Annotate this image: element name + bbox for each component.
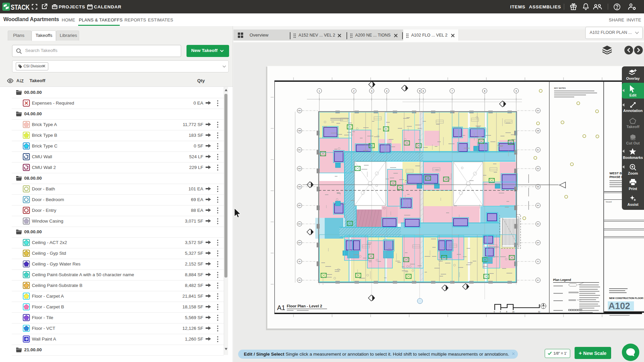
svg-text:Z: Z — [21, 79, 23, 83]
svg-text:16: 16 — [512, 311, 515, 313]
svg-text:Floor Plan - Level 2: Floor Plan - Level 2 — [287, 304, 322, 308]
svg-text:32: 32 — [538, 311, 540, 313]
svg-text:PHASE II: PHASE II — [609, 175, 623, 179]
svg-text:NEW CONSTRUCTION FLOOR PLAN -: NEW CONSTRUCTION FLOOR PLAN - LEVEL 2 — [609, 297, 644, 299]
svg-text:EE: EE — [537, 186, 539, 188]
svg-text:EF: EF — [537, 204, 539, 206]
svg-text:4: 4 — [386, 90, 387, 92]
svg-text:EC: EC — [537, 149, 539, 151]
svg-text:A102: A102 — [608, 301, 630, 311]
svg-text:WC: WC — [298, 149, 301, 151]
svg-text:WJ: WJ — [298, 279, 301, 281]
svg-text:6: 6 — [423, 90, 424, 92]
svg-text:2: 2 — [353, 90, 355, 92]
svg-text:8: 8 — [484, 90, 485, 92]
svg-text:EJ: EJ — [537, 279, 539, 281]
svg-text:A: A — [16, 78, 19, 83]
svg-text:5: 5 — [419, 90, 420, 92]
svg-text:WE: WE — [298, 186, 301, 188]
svg-text:EA: EA — [537, 110, 539, 112]
svg-text:EH: EH — [537, 242, 539, 244]
svg-text:9: 9 — [516, 90, 517, 92]
svg-text:KEY NOTES: KEY NOTES — [554, 87, 566, 89]
svg-text:WI: WI — [299, 260, 301, 262]
svg-text:Issued: Issued — [606, 201, 612, 203]
svg-text:Plan Legend: Plan Legend — [553, 278, 571, 282]
svg-text:7: 7 — [451, 90, 453, 92]
svg-text:EI: EI — [537, 260, 539, 262]
svg-text:A1: A1 — [277, 304, 285, 311]
svg-text:3: 3 — [371, 90, 372, 92]
svg-text:EB: EB — [537, 130, 539, 132]
svg-text:WH: WH — [298, 242, 301, 244]
svg-text:WD: WD — [298, 168, 301, 170]
svg-text:EG: EG — [537, 223, 539, 225]
svg-text:WG: WG — [298, 223, 301, 225]
svg-text:WA: WA — [298, 110, 301, 112]
svg-text:1: 1 — [319, 90, 320, 92]
svg-text:ED: ED — [537, 168, 539, 170]
svg-text:WF: WF — [298, 204, 301, 206]
svg-text:WB: WB — [298, 130, 301, 132]
